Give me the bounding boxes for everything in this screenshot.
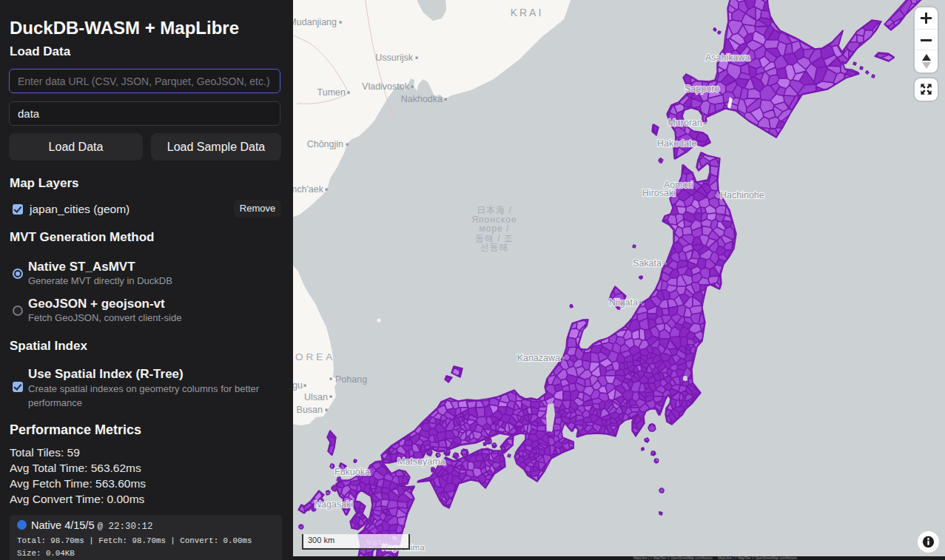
svg-text:imch'aek: imch'aek xyxy=(293,184,324,195)
svg-text:Ulsan: Ulsan xyxy=(304,392,328,402)
svg-text:Nagasaki: Nagasaki xyxy=(315,499,353,510)
svg-text:Sakata: Sakata xyxy=(633,258,662,269)
svg-text:Matsuyama: Matsuyama xyxy=(397,456,445,467)
svg-text:Tumen: Tumen xyxy=(317,87,346,98)
svg-text:Kanazawa: Kanazawa xyxy=(517,353,560,363)
svg-text:Fukuoka: Fukuoka xyxy=(334,467,370,477)
svg-text:OREA: OREA xyxy=(295,351,335,362)
svg-text:egu: egu xyxy=(293,380,303,391)
svg-text:Sapporo: Sapporo xyxy=(685,84,719,94)
svg-text:Ussurijsk: Ussurijsk xyxy=(375,53,413,63)
svg-text:Mudanjiang: Mudanjiang xyxy=(293,17,337,27)
svg-text:Nakhodka: Nakhodka xyxy=(401,94,443,104)
svg-text:Asahikawa: Asahikawa xyxy=(705,53,750,63)
svg-text:Hirosaki: Hirosaki xyxy=(642,188,676,198)
svg-text:Busan: Busan xyxy=(297,405,323,415)
svg-text:선동해: 선동해 xyxy=(480,242,509,252)
svg-text:Pohang: Pohang xyxy=(335,374,367,385)
svg-text:日本海 /: 日本海 / xyxy=(477,205,512,215)
svg-text:Vladivostok: Vladivostok xyxy=(362,81,410,92)
svg-text:Niigata: Niigata xyxy=(609,297,638,308)
svg-text:море /: море / xyxy=(480,223,510,234)
svg-text:Muroran: Muroran xyxy=(667,118,702,128)
svg-text:Chŏngjin: Chŏngjin xyxy=(307,139,343,149)
svg-text:KRAI: KRAI xyxy=(511,7,544,18)
svg-text:Hachinohe: Hachinohe xyxy=(720,190,764,200)
svg-text:Hakodate: Hakodate xyxy=(657,138,697,149)
